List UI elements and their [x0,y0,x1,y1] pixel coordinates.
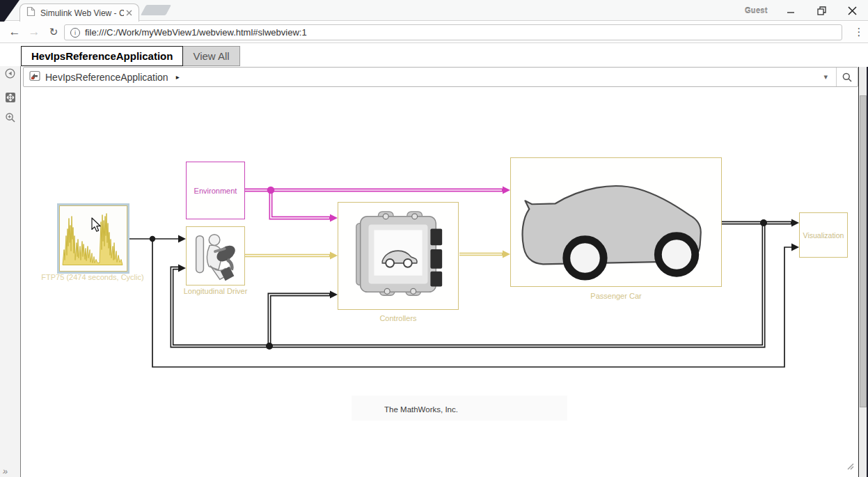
page-info-icon[interactable]: i [70,28,80,38]
browser-tab-title: Simulink Web View - Cre [40,8,124,18]
browser-navbar: ← → ↻ i file:///C:/Work/myWebView1/webvi… [0,22,868,43]
resize-grip[interactable] [846,462,854,470]
block-label: Longitudinal Driver [158,287,273,295]
tab-model[interactable]: HevIpsReferenceApplication [21,46,183,66]
block-passenger-car[interactable] [510,157,722,287]
scrollbar-thumb[interactable] [860,95,867,407]
panel-expander[interactable]: » [2,465,9,476]
page-favicon-icon [26,6,35,19]
zoom-in-icon[interactable] [4,111,16,123]
canvas-toolbar: » [0,66,21,477]
collapse-left-icon[interactable] [4,68,16,79]
restore-button[interactable] [812,4,831,17]
webview-page: HevIpsReferenceApplication View All HevI… [0,43,868,477]
breadcrumb-dropdown-icon[interactable]: ▾ [815,72,836,81]
car-icon [511,158,721,286]
block-drive-cycle[interactable] [59,205,127,272]
block-label: Environment [194,187,237,195]
browser-menu-icon[interactable]: ⋮ [851,23,867,41]
breadcrumb-chevron-icon[interactable]: ▸ [176,73,180,81]
url-text: file:///C:/Work/myWebView1/webview.html#… [85,27,307,38]
breadcrumb-path[interactable]: HevIpsReferenceApplication [45,72,168,83]
browser-window: Simulink Web View - Cre Guest ← → ↻ i fi… [0,0,868,477]
block-label: Controllers [338,314,459,322]
block-label: Visualization [803,231,844,240]
model-icon [29,70,40,84]
reload-button[interactable]: ↻ [45,23,63,41]
block-visualization[interactable]: Visualization [799,212,848,258]
annotation-text: The MathWorks, Inc. [338,405,505,414]
forward-button[interactable]: → [25,23,43,41]
back-button[interactable]: ← [6,23,24,41]
model-tab-row: HevIpsReferenceApplication View All [21,46,240,66]
block-controllers[interactable] [338,202,459,310]
address-bar[interactable]: i file:///C:/Work/myWebView1/webview.htm… [64,24,842,40]
block-environment[interactable]: Environment [186,162,245,219]
browser-tabstrip: Simulink Web View - Cre Guest [0,0,868,21]
new-tab-button[interactable] [141,5,171,15]
window-close-icon[interactable] [842,4,862,17]
block-longitudinal-driver[interactable] [186,226,245,286]
block-label: Passenger Car [510,292,722,300]
guest-badge: Guest [745,6,768,15]
minimize-button[interactable] [781,4,800,17]
driver-icon [187,227,244,285]
browser-tab[interactable]: Simulink Web View - Cre [19,3,139,22]
window-corner-decoration [0,0,21,22]
breadcrumb: HevIpsReferenceApplication ▸ ▾ [23,67,858,87]
search-icon [842,72,853,83]
block-label: FTP75 (2474 seconds, Cyclic) [21,273,164,281]
mouse-cursor [91,217,102,233]
tab-view-all[interactable]: View All [183,46,239,66]
search-button[interactable] [836,68,858,86]
tab-close-icon[interactable] [124,8,134,18]
model-canvas: The MathWorks, Inc. FTP75 (2474 seconds,… [21,87,858,477]
fit-to-view-icon[interactable] [4,91,16,103]
drive-cycle-waveform [60,206,127,271]
ecu-icon [338,203,458,309]
